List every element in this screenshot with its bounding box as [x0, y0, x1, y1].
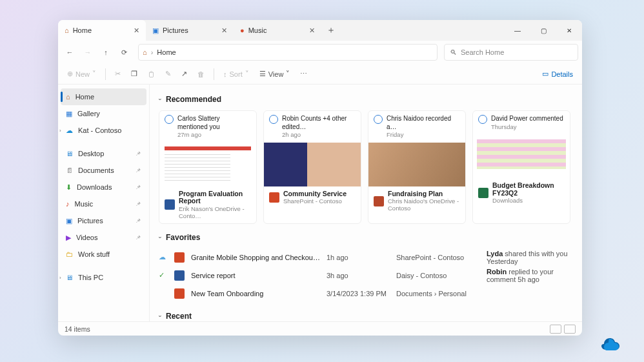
- new-label: New: [75, 70, 90, 78]
- tab-home[interactable]: ⌂ Home ✕: [58, 20, 146, 41]
- section-title: Favorites: [166, 233, 200, 242]
- sidebar-item-onedrive[interactable]: ›☁Kat - Contoso: [61, 122, 146, 139]
- chevron-down-icon: ›: [157, 236, 163, 238]
- refresh-button[interactable]: ⟳: [116, 45, 132, 60]
- sidebar-item-gallery[interactable]: ▦Gallery: [61, 105, 146, 122]
- view-label: View: [268, 70, 284, 78]
- pin-icon: 📌︎: [136, 167, 141, 174]
- subtitle: Thursday: [491, 123, 563, 131]
- home-icon: ⌂: [143, 48, 147, 56]
- forward-button[interactable]: →: [80, 45, 96, 60]
- tab-strip: ⌂ Home ✕ ▣ Pictures ✕ ● Music ✕ ＋: [58, 20, 505, 41]
- action: commented: [528, 115, 563, 122]
- modified: 1h ago: [327, 254, 390, 261]
- sort-label: Sort: [230, 70, 243, 78]
- tab-music[interactable]: ● Music ✕: [234, 20, 321, 41]
- section-recommended[interactable]: ›Recommended: [159, 95, 573, 104]
- close-icon[interactable]: ✕: [309, 26, 315, 35]
- address-path: Home: [157, 48, 176, 56]
- delete-button[interactable]: 🗑︎: [194, 66, 208, 82]
- rename-button[interactable]: ✎: [161, 66, 175, 82]
- address-bar[interactable]: ⌂ › Home: [138, 44, 438, 61]
- sidebar-item-videos[interactable]: ▶Videos📌︎: [61, 229, 146, 246]
- list-item[interactable]: New Team Onboarding3/14/2023 1:39 PMDocu…: [159, 285, 573, 303]
- maximize-button[interactable]: ▢: [530, 20, 556, 41]
- home-icon: ⌂: [66, 93, 70, 101]
- details-button[interactable]: ▭ Details: [538, 66, 577, 82]
- minimize-button[interactable]: ―: [505, 20, 530, 41]
- new-button[interactable]: ⊕ New ˅: [63, 66, 100, 82]
- card[interactable]: Carlos Slattery mentioned you27m ago Pro…: [159, 110, 257, 224]
- actor: Carlos Slattery: [177, 115, 220, 122]
- actor: Robin Counts: [282, 115, 321, 122]
- search-box[interactable]: 🔍︎ Search Home: [444, 44, 578, 61]
- view-button[interactable]: ☰ View ˅: [256, 66, 294, 82]
- new-tab-button[interactable]: ＋: [321, 20, 341, 41]
- subtitle: 2h ago: [282, 131, 356, 139]
- close-icon[interactable]: ✕: [134, 26, 139, 35]
- thumbnails-view-button[interactable]: [564, 325, 576, 334]
- sidebar-label: Kat - Contoso: [78, 126, 121, 134]
- sidebar-item-downloads[interactable]: ⬇Downloads📌︎: [61, 179, 146, 196]
- chevron-right-icon[interactable]: ›: [59, 275, 61, 281]
- card[interactable]: Chris Naidoo recorded a…Friday Fundraisi…: [368, 110, 466, 224]
- card[interactable]: David Power commentedThursday Budget Bre…: [472, 110, 570, 224]
- actor: David Power: [491, 115, 528, 122]
- sidebar-label: Documents: [78, 166, 114, 174]
- sidebar-item-music[interactable]: ♪Music📌︎: [61, 196, 146, 212]
- pictures-icon: ▣: [66, 217, 72, 225]
- sidebar-item-documents[interactable]: 📄︎Documents📌︎: [61, 162, 146, 179]
- card-title: Fundraising Plan: [388, 190, 460, 198]
- sidebar-item-home[interactable]: ⌂Home: [61, 88, 146, 105]
- thumbnail: [473, 134, 570, 178]
- list-item[interactable]: ✓Service report3h agoDaisy - ContosoRobi…: [159, 266, 573, 285]
- separator: [214, 68, 214, 80]
- copy-button[interactable]: ❐: [127, 66, 141, 82]
- gallery-icon: ▦: [66, 110, 72, 118]
- home-icon: ⌂: [65, 26, 69, 34]
- pin-icon: 📌︎: [136, 217, 141, 224]
- close-icon[interactable]: ✕: [221, 26, 227, 35]
- card-title: Community Service: [283, 190, 347, 198]
- card[interactable]: Robin Counts +4 other edited…2h ago Comm…: [263, 110, 361, 224]
- tab-label: Music: [248, 26, 267, 34]
- modified: 3/14/2023 1:39 PM: [327, 290, 390, 297]
- nav-bar: ← → ↑ ⟳ ⌂ › Home 🔍︎ Search Home: [58, 41, 582, 64]
- item-count: 14 items: [65, 325, 90, 333]
- list-item[interactable]: ☁Granite Mobile Shopping and Checkout Fl…: [159, 248, 573, 266]
- close-button[interactable]: ✕: [556, 20, 582, 41]
- details-label: Details: [551, 70, 573, 78]
- word-icon: [165, 199, 175, 210]
- tab-pictures[interactable]: ▣ Pictures ✕: [146, 20, 234, 41]
- search-icon: 🔍︎: [450, 48, 457, 56]
- chevron-right-icon[interactable]: ›: [59, 128, 61, 134]
- pin-icon: 📌︎: [136, 184, 141, 190]
- sidebar-item-workstuff[interactable]: 🗀Work stuff: [61, 246, 146, 263]
- pin-icon: 📌︎: [136, 234, 141, 241]
- music-icon: ♪: [66, 200, 70, 208]
- excel-icon: [478, 188, 488, 198]
- sidebar-label: Gallery: [77, 110, 100, 117]
- pc-icon: 🖥︎: [66, 274, 73, 281]
- paste-button[interactable]: 📋︎: [144, 66, 159, 82]
- file-name: New Team Onboarding: [191, 290, 320, 297]
- folder-icon: 🗀: [66, 250, 73, 258]
- chevron-down-icon: ›: [157, 315, 163, 317]
- edit-icon: [269, 115, 278, 124]
- more-button[interactable]: ⋯: [296, 66, 311, 82]
- section-recent[interactable]: ›Recent: [159, 312, 573, 321]
- sidebar-item-thispc[interactable]: ›🖥︎This PC: [61, 269, 146, 286]
- back-button[interactable]: ←: [62, 45, 77, 60]
- sidebar-label: Desktop: [78, 150, 104, 157]
- sidebar-item-pictures[interactable]: ▣Pictures📌︎: [61, 212, 146, 229]
- up-button[interactable]: ↑: [98, 45, 114, 60]
- downloads-icon: ⬇: [66, 183, 72, 192]
- cut-button[interactable]: ✂: [111, 66, 125, 82]
- sort-button[interactable]: ↕ Sort ˅: [219, 66, 253, 82]
- pin-icon: 📌︎: [136, 201, 141, 207]
- section-favorites[interactable]: ›Favorites: [159, 233, 573, 242]
- details-view-button[interactable]: [550, 325, 561, 334]
- share-button[interactable]: ↗: [177, 66, 191, 82]
- sidebar-item-desktop[interactable]: 🖥︎Desktop📌︎: [61, 145, 146, 162]
- recommended-cards: Carlos Slattery mentioned you27m ago Pro…: [159, 110, 573, 224]
